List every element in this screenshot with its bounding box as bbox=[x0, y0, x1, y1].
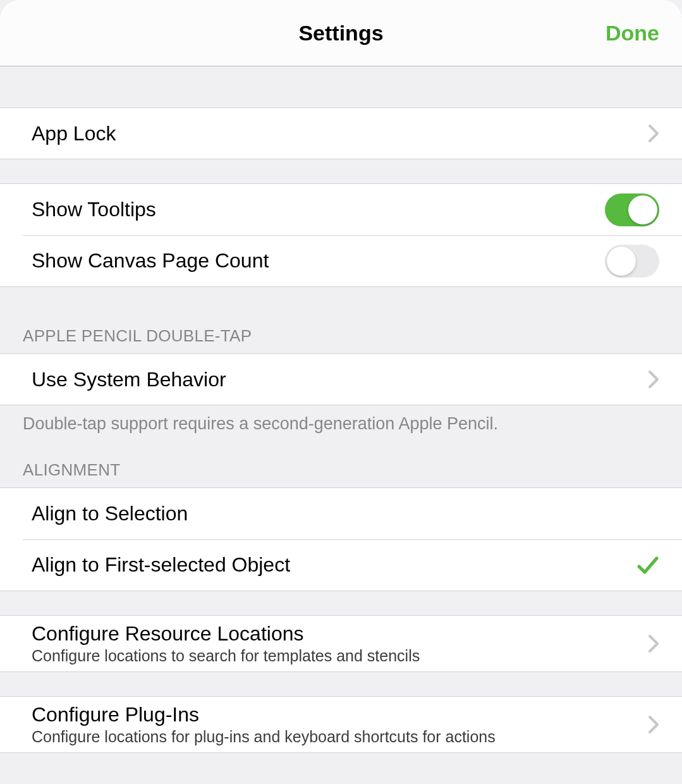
row-subtitle: Configure locations for plug-ins and key… bbox=[32, 728, 496, 746]
row-label: Align to Selection bbox=[32, 502, 188, 525]
show-tooltips-row[interactable]: Show Tooltips bbox=[0, 183, 682, 235]
app-lock-row[interactable]: App Lock bbox=[0, 107, 682, 159]
align-to-first-selected-row[interactable]: Align to First-selected Object bbox=[0, 539, 682, 591]
done-button[interactable]: Done bbox=[606, 21, 659, 46]
spacer bbox=[0, 591, 682, 615]
spacer bbox=[0, 159, 682, 183]
show-canvas-page-count-row[interactable]: Show Canvas Page Count bbox=[0, 235, 682, 287]
configure-resource-locations-row[interactable]: Configure Resource Locations Configure l… bbox=[0, 615, 682, 672]
row-label: App Lock bbox=[32, 122, 116, 145]
row-label: Configure Plug-Ins bbox=[32, 703, 496, 726]
checkmark-icon bbox=[636, 554, 659, 577]
chevron-right-icon bbox=[648, 124, 659, 143]
row-label: Configure Resource Locations bbox=[32, 622, 420, 646]
chevron-right-icon bbox=[648, 370, 659, 389]
page-title: Settings bbox=[298, 21, 383, 46]
toggle-knob bbox=[628, 195, 657, 224]
show-tooltips-toggle[interactable] bbox=[605, 193, 659, 226]
configure-plugins-row[interactable]: Configure Plug-Ins Configure locations f… bbox=[0, 696, 682, 753]
spacer bbox=[0, 672, 682, 696]
row-label: Align to First-selected Object bbox=[32, 553, 290, 577]
settings-content: App Lock Show Tooltips Show Canvas Page … bbox=[0, 66, 682, 784]
toggle-knob bbox=[607, 247, 636, 276]
row-label: Show Canvas Page Count bbox=[32, 249, 269, 273]
section-header-apple-pencil: APPLE PENCIL DOUBLE-TAP bbox=[0, 326, 682, 353]
row-subtitle: Configure locations to search for templa… bbox=[32, 647, 420, 665]
row-label: Use System Behavior bbox=[32, 368, 226, 391]
chevron-right-icon bbox=[648, 715, 659, 734]
row-label: Show Tooltips bbox=[32, 198, 156, 221]
header: Settings Done bbox=[0, 0, 682, 66]
section-header-alignment: ALIGNMENT bbox=[0, 460, 682, 487]
use-system-behavior-row[interactable]: Use System Behavior bbox=[0, 353, 682, 405]
section-footer-apple-pencil: Double-tap support requires a second-gen… bbox=[0, 405, 682, 434]
align-to-selection-row[interactable]: Align to Selection bbox=[0, 487, 682, 539]
show-canvas-page-count-toggle[interactable] bbox=[605, 245, 659, 278]
spacer bbox=[0, 66, 682, 107]
chevron-right-icon bbox=[648, 634, 659, 653]
